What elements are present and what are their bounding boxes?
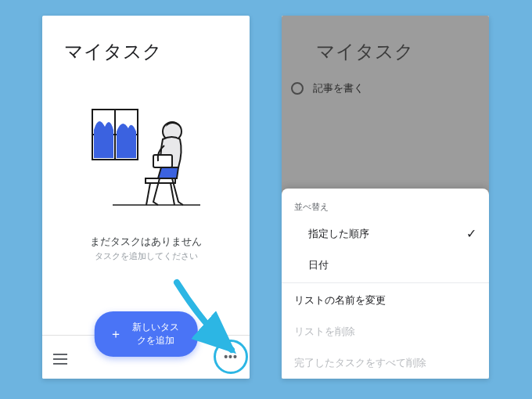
sort-option-date[interactable]: 日付: [282, 250, 489, 281]
page-title: マイタスク: [316, 39, 414, 64]
more-options-button[interactable]: •••: [214, 340, 248, 374]
delete-list-option: リストを削除: [282, 316, 489, 347]
svg-rect-8: [153, 155, 172, 167]
divider: [282, 282, 489, 283]
more-icon: •••: [224, 350, 238, 363]
bottom-sheet: 並べ替え 指定した順序 ✓ 日付 リストの名前を変更 リストを削除 完了したタス…: [282, 189, 489, 379]
check-icon: ✓: [466, 226, 476, 241]
task-row[interactable]: 記事を書く: [291, 81, 364, 95]
menu-icon[interactable]: [53, 354, 67, 365]
task-label: 記事を書く: [313, 81, 364, 95]
page-title: マイタスク: [64, 39, 162, 64]
sort-option-custom[interactable]: 指定した順序 ✓: [282, 217, 489, 250]
add-task-button[interactable]: ＋ 新しいタスクを追加: [94, 311, 198, 357]
sort-section-label: 並べ替え: [282, 198, 489, 217]
phone-empty-state: マイタスク まだタスクはありません タスクを追加してください ＋: [42, 16, 250, 379]
rename-list-option[interactable]: リストの名前を変更: [282, 285, 489, 316]
add-task-label: 新しいタスクを追加: [128, 321, 182, 347]
delete-completed-option: 完了したタスクをすべて削除: [282, 347, 489, 379]
phone-options-sheet: マイタスク 記事を書く 並べ替え 指定した順序 ✓ 日付 リストの名前を変更 リ…: [282, 16, 489, 379]
plus-icon: ＋: [110, 326, 122, 343]
empty-illustration: [91, 100, 208, 217]
svg-line-5: [146, 183, 150, 205]
empty-heading: まだタスクはありません: [42, 235, 250, 249]
task-radio-icon[interactable]: [291, 82, 304, 95]
empty-subtext: タスクを追加してください: [42, 250, 250, 262]
